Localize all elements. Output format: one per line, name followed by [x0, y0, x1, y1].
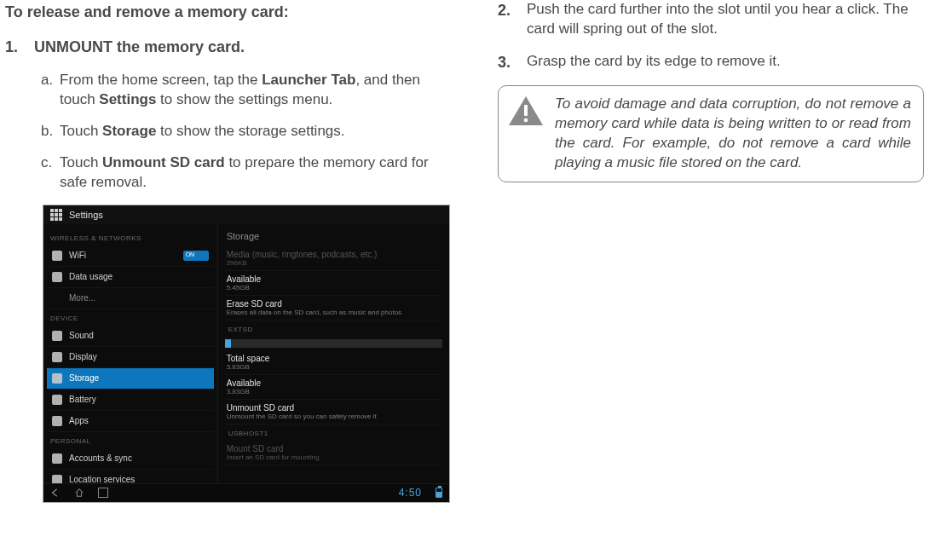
warning-icon — [507, 95, 545, 129]
sync-icon — [52, 453, 62, 464]
display-icon — [52, 352, 62, 362]
caution-text: To avoid damage and data corruption, do … — [555, 95, 911, 173]
blank-icon — [52, 293, 62, 303]
storage-icon — [52, 373, 62, 384]
extsd-available[interactable]: Available 3.83GB — [225, 375, 442, 400]
sidebar-item-wifi[interactable]: WiFi — [47, 245, 214, 267]
main-heading: Storage — [225, 228, 442, 246]
section-label: DEVICE — [47, 309, 214, 326]
home-icon[interactable] — [74, 488, 84, 498]
storage-media[interactable]: Media (music, ringtones, podcasts, etc.)… — [225, 246, 442, 271]
apps-icon — [52, 416, 62, 426]
caution-box: To avoid damage and data corruption, do … — [498, 85, 924, 182]
substep-a: a. From the home screen, tap the Launche… — [41, 71, 455, 110]
sidebar-item-display[interactable]: Display — [47, 347, 214, 368]
sidebar-item-battery[interactable]: Battery — [47, 390, 214, 411]
back-icon[interactable] — [50, 488, 61, 498]
extsd-total[interactable]: Total space 3.83GB — [225, 350, 442, 375]
launcher-icon — [50, 209, 62, 221]
step-number: 3. — [498, 52, 527, 72]
sidebar-item-storage[interactable]: Storage — [47, 368, 214, 390]
sidebar-item-data-usage[interactable]: Data usage — [47, 267, 214, 288]
battery-icon — [52, 395, 62, 405]
sub-letter: b. — [41, 122, 60, 141]
section-label: USBHOST1 — [225, 424, 442, 441]
sub-body: Touch Unmount SD card to prepare the mem… — [60, 153, 455, 193]
step-2: 2. Push the card further into the slot u… — [498, 0, 924, 39]
step-number: 2. — [498, 0, 527, 39]
storage-available[interactable]: Available 5.45GB — [225, 271, 442, 296]
substep-c: c. Touch Unmount SD card to prepare the … — [41, 153, 455, 193]
step-text: Grasp the card by its edge to remove it. — [527, 52, 924, 72]
section-label: WIRELESS & NETWORKS — [47, 229, 214, 245]
step-3: 3. Grasp the card by its edge to remove … — [498, 52, 924, 72]
clock: 4:50 — [399, 487, 422, 499]
settings-screenshot: Settings WIRELESS & NETWORKS WiFi Data u… — [43, 205, 450, 503]
sound-icon — [52, 331, 62, 341]
sub-letter: a. — [41, 71, 60, 110]
data-usage-icon — [52, 272, 62, 282]
svg-point-1 — [524, 118, 528, 123]
system-nav-bar: 4:50 — [43, 483, 449, 502]
window-title: Settings — [69, 210, 103, 220]
step-1: 1. UNMOUNT the memory card. — [5, 37, 455, 57]
section-label: PERSONAL — [47, 432, 214, 448]
erase-sd-card[interactable]: Erase SD card Erases all data on the SD … — [225, 296, 442, 320]
sidebar-item-apps[interactable]: Apps — [47, 411, 214, 432]
sidebar-item-accounts[interactable]: Accounts & sync — [47, 448, 214, 470]
wifi-toggle[interactable] — [183, 251, 209, 261]
step-text: UNMOUNT the memory card. — [34, 37, 455, 57]
step-number: 1. — [5, 37, 34, 57]
step-text: Push the card further into the slot unti… — [527, 0, 924, 39]
wifi-icon — [52, 251, 62, 261]
svg-rect-0 — [524, 105, 528, 116]
substep-b: b. Touch Storage to show the storage set… — [41, 122, 455, 141]
extsd-usage-bar — [225, 339, 442, 348]
battery-icon — [436, 488, 442, 498]
sidebar-item-sound[interactable]: Sound — [47, 326, 214, 347]
recent-icon[interactable] — [98, 488, 108, 498]
settings-sidebar: WIRELESS & NETWORKS WiFi Data usage More… — [43, 224, 218, 483]
sub-letter: c. — [41, 153, 60, 193]
section-title: To release and remove a memory card: — [5, 3, 455, 21]
unmount-sd-card[interactable]: Unmount SD card Unmount the SD card so y… — [225, 400, 442, 424]
settings-main: Storage Media (music, ringtones, podcast… — [218, 224, 449, 483]
mount-sd-card: Mount SD card Insert an SD card for moun… — [225, 441, 442, 465]
sidebar-item-more[interactable]: More... — [47, 288, 214, 309]
section-label: EXTSD — [225, 320, 442, 337]
sub-body: From the home screen, tap the Launcher T… — [60, 71, 455, 110]
sub-body: Touch Storage to show the storage settin… — [60, 122, 455, 141]
